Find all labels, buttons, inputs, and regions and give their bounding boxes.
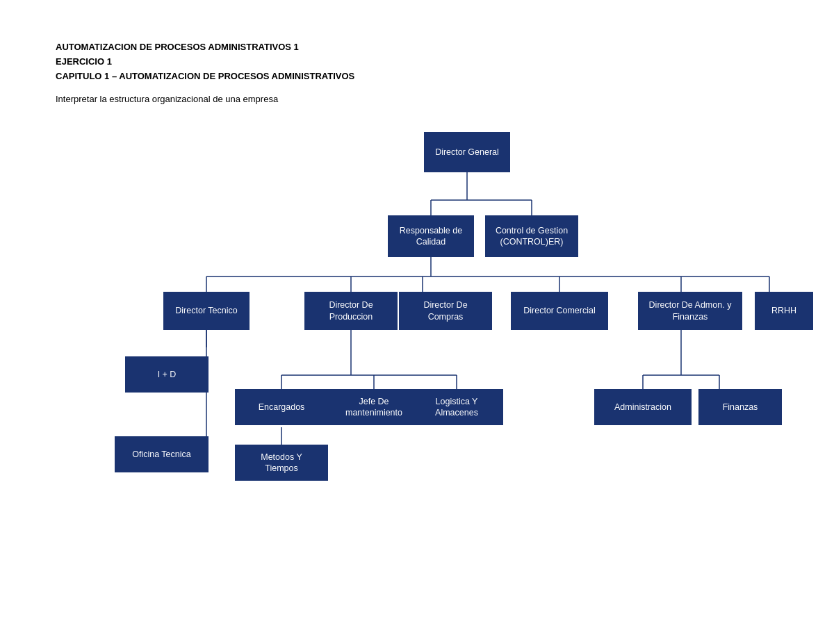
- box-oficina-tecnica: Oficina Tecnica: [115, 436, 208, 472]
- box-director-produccion: Director De Produccion: [304, 292, 398, 330]
- box-administracion: Administracion: [594, 389, 692, 425]
- header-line1: AUTOMATIZACION DE PROCESOS ADMINISTRATIV…: [56, 42, 778, 52]
- box-director-admon: Director De Admon. y Finanzas: [638, 292, 742, 330]
- box-logistica: Logistica Y Almacenes: [410, 389, 503, 425]
- box-director-compras: Director De Compras: [399, 292, 492, 330]
- box-director-tecnico: Director Tecnico: [163, 292, 250, 330]
- connector-lines: [56, 125, 778, 556]
- org-chart: Director General Responsable de Calidad …: [56, 125, 778, 556]
- box-metodos: Metodos Y Tiempos: [235, 445, 328, 481]
- box-rrhh: RRHH: [755, 292, 813, 330]
- box-director-comercial: Director Comercial: [511, 292, 608, 330]
- box-finanzas: Finanzas: [698, 389, 782, 425]
- intro-text: Interpretar la estructura organizacional…: [56, 94, 778, 104]
- box-control-gestion: Control de Gestion (CONTROL)ER): [485, 215, 578, 257]
- box-responsable-calidad: Responsable de Calidad: [388, 215, 474, 257]
- box-encargados: Encargados: [235, 389, 328, 425]
- box-director-general: Director General: [424, 132, 510, 172]
- header-line3: CAPITULO 1 – AUTOMATIZACION DE PROCESOS …: [56, 71, 778, 81]
- box-id: I + D: [125, 356, 208, 393]
- box-jefe-mantenimiento: Jefe De mantenimiento: [327, 389, 421, 425]
- page: AUTOMATIZACION DE PROCESOS ADMINISTRATIV…: [0, 0, 834, 584]
- header-line2: EJERCICIO 1: [56, 56, 778, 67]
